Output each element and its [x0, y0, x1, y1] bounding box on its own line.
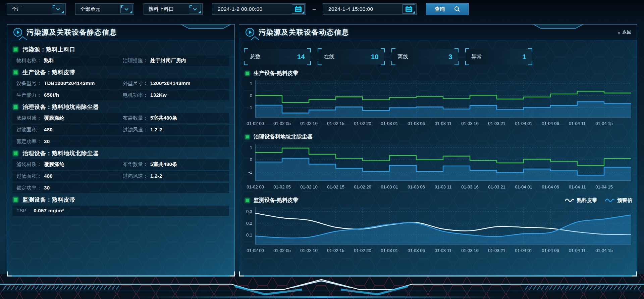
svg-text:01-02 10: 01-02 10 [300, 184, 317, 189]
corner-bracket-decoration [318, 48, 322, 52]
chart-block: 监测设备-熟料皮带熟料皮带预警信0.30.20.101-02 0001-02 0… [244, 196, 632, 255]
legend-item-熟料皮带[interactable]: 熟料皮带 [565, 197, 597, 204]
svg-text:01-03 16: 01-03 16 [461, 121, 478, 126]
static-panel-title: 污染源及关联设备静态信息 [26, 28, 117, 37]
stat-label: 异常 [471, 53, 482, 60]
corner-bracket-decoration [465, 48, 469, 52]
svg-text:01-02 20: 01-02 20 [354, 121, 371, 126]
svg-text:01-02 20: 01-02 20 [354, 184, 371, 189]
svg-text:01-02 10: 01-02 10 [300, 248, 317, 253]
stat-value: 10 [371, 53, 379, 61]
info-cell: 物料名称：熟料 [16, 57, 123, 64]
corner-bracket-decoration [318, 61, 322, 65]
date-to-input[interactable]: 2024-1-4 15:00:00 [323, 3, 417, 15]
svg-text:0.1: 0.1 [246, 232, 252, 238]
corner-bracket-decoration [465, 61, 469, 65]
svg-text:01-02 05: 01-02 05 [273, 121, 290, 126]
svg-text:01-04 15: 01-04 15 [595, 121, 612, 126]
dynamic-info-panel: 污染源及关联设备动态信息 « 返回 总数14在线10离线3异常1 生产设备-熟料… [239, 24, 637, 276]
chevron-down-icon[interactable] [52, 5, 64, 13]
plant-select[interactable]: 全厂 [7, 3, 66, 15]
info-value: 覆膜涤纶 [44, 161, 64, 168]
stat-value: 1 [522, 53, 526, 61]
calendar-icon[interactable] [292, 4, 305, 14]
info-cell: 滤袋材质：覆膜涤纶 [16, 115, 123, 121]
section-bullet-icon [245, 135, 250, 139]
stat-value: 3 [448, 53, 452, 61]
section-bullet-icon [245, 198, 250, 203]
svg-text:01-04 06: 01-04 06 [542, 121, 559, 126]
info-row: TSP：0.057 mg/m³ [12, 206, 229, 216]
play-icon [13, 28, 22, 37]
info-cell: 外型尺寸：1200*204143mm [123, 80, 229, 87]
info-label: 额定功率： [16, 138, 42, 145]
info-label: 滤袋材质： [16, 115, 42, 121]
calendar-icon[interactable] [402, 4, 415, 14]
svg-text:01-02 15: 01-02 15 [327, 121, 344, 126]
stat-label: 在线 [324, 53, 334, 60]
info-value: 480 [44, 127, 53, 132]
svg-text:0: 0 [250, 157, 252, 162]
header-caret-decoration [251, 36, 259, 40]
svg-text:1: 1 [250, 81, 252, 86]
svg-text:0.2: 0.2 [246, 221, 252, 226]
corner-bracket-decoration [307, 48, 311, 52]
query-button[interactable]: 查询 [426, 3, 469, 15]
chart-canvas: 0.30.20.101-02 0001-02 0501-02 1001-02 1… [244, 205, 632, 255]
section-title: 生产设备：熟料皮带 [13, 67, 230, 77]
back-button-label: 返回 [622, 29, 632, 35]
info-value: 650t/h [44, 92, 59, 98]
stat-value: 14 [297, 53, 305, 61]
svg-text:-1: -1 [248, 105, 252, 110]
chevron-down-icon[interactable] [120, 5, 132, 13]
info-label: 治理措施： [123, 57, 148, 64]
info-row: 额定功率：30 [12, 136, 229, 147]
chart-title: 监测设备-熟料皮带 [254, 197, 298, 204]
chevron-down-icon[interactable] [189, 5, 201, 13]
panel-corner-decoration [239, 271, 244, 276]
info-value: 30 [44, 185, 50, 190]
chart-canvas: 10-101-02 0001-02 0501-02 1001-02 1501-0… [244, 78, 632, 128]
back-button[interactable]: « 返回 [618, 25, 632, 40]
svg-text:01-04 11: 01-04 11 [569, 248, 586, 253]
section-title: 治理设备：熟料地坑南除尘器 [13, 102, 230, 112]
static-info-panel: 污染源及关联设备静态信息 污染源：熟料上料口物料名称：熟料治理措施：处于封闭厂房… [7, 24, 235, 276]
charts-container: 生产设备-熟料皮带10-101-02 0001-02 0501-02 1001-… [244, 69, 632, 255]
section-title: 污染源：熟料上料口 [13, 44, 230, 54]
svg-text:01-02 15: 01-02 15 [327, 248, 344, 253]
info-label: 过鸿风速： [123, 173, 148, 179]
svg-text:01-03 06: 01-03 06 [408, 121, 425, 126]
info-row: 物料名称：熟料治理措施：处于封闭厂房内 [12, 55, 229, 66]
chart-title-row: 治理设备料地坑北除尘器 [245, 132, 632, 141]
svg-text:01-03 21: 01-03 21 [488, 248, 505, 253]
source-select[interactable]: 熟料上料口 [144, 3, 203, 15]
corner-bracket-decoration [454, 61, 459, 65]
unit-select-value: 全部单元 [80, 6, 100, 12]
info-label: 外型尺寸： [123, 80, 148, 87]
corner-bracket-decoration [454, 48, 459, 52]
info-value: 覆膜涤纶 [44, 115, 64, 121]
section-bullet-icon [13, 197, 18, 202]
info-label: 额定功率： [16, 185, 42, 191]
play-icon [245, 28, 255, 37]
static-panel-header: 污染源及关联设备静态信息 [7, 25, 234, 40]
corner-bracket-decoration [307, 61, 311, 65]
chart-legend: 熟料皮带预警信 [565, 197, 632, 204]
section-title-text: 监测设备：熟料皮带 [22, 196, 75, 204]
stat-card-在线: 在线10 [318, 49, 384, 65]
svg-text:01-03 16: 01-03 16 [461, 248, 478, 253]
info-label: 过滤面积： [16, 173, 42, 179]
dynamic-panel-title: 污染源及关联设备动态信息 [259, 28, 349, 37]
svg-text:0: 0 [250, 93, 252, 98]
legend-item-预警信[interactable]: 预警信 [605, 197, 632, 204]
date-from-input[interactable]: 2024-1-2 00:00:00 [212, 3, 306, 15]
svg-text:01-03 11: 01-03 11 [435, 121, 451, 126]
info-cell: 额定功率：30 [16, 185, 229, 191]
corner-bracket-decoration [391, 48, 395, 52]
info-cell: 生产能力：650t/h [16, 92, 123, 98]
svg-text:01-02 05: 01-02 05 [273, 248, 290, 253]
corner-bracket-decoration [391, 61, 395, 65]
section-bullet-icon [13, 70, 18, 75]
info-cell: 过滤风速：1.2-2 [123, 127, 229, 133]
unit-select[interactable]: 全部单元 [75, 3, 134, 15]
